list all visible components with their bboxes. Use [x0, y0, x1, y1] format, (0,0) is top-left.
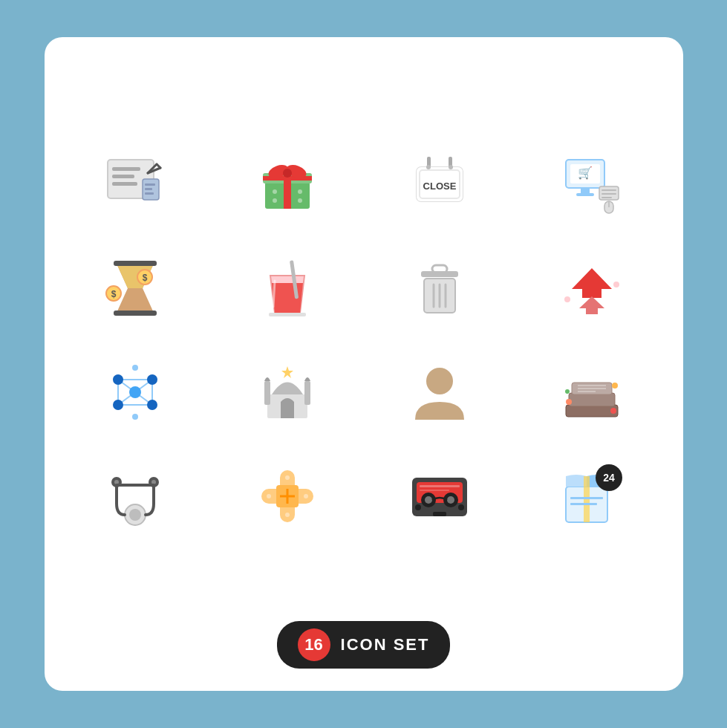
svg-point-73 [147, 400, 157, 410]
upload-icon [531, 247, 653, 329]
svg-text:$: $ [143, 273, 148, 283]
icon-set-label: ICON SET [341, 635, 430, 654]
svg-point-59 [613, 282, 619, 287]
svg-rect-34 [576, 193, 594, 196]
svg-rect-120 [570, 497, 603, 499]
svg-marker-79 [281, 366, 293, 378]
form-edit-icon [74, 143, 197, 225]
svg-point-116 [415, 504, 421, 510]
svg-rect-38 [602, 197, 612, 198]
cassette-icon [379, 455, 501, 537]
svg-rect-9 [145, 188, 152, 190]
svg-point-103 [267, 494, 271, 498]
time-is-money-icon: $ $ [74, 247, 197, 329]
icon-count-badge: 16 [298, 628, 330, 661]
badge-bar: 16 ICON SET [277, 621, 451, 669]
svg-point-88 [566, 399, 572, 405]
svg-rect-50 [269, 313, 306, 316]
svg-point-20 [298, 189, 302, 194]
network-icon [74, 351, 197, 433]
svg-point-28 [426, 165, 431, 169]
svg-point-19 [273, 198, 277, 203]
svg-text:24: 24 [603, 472, 615, 484]
svg-point-80 [426, 368, 453, 394]
svg-rect-33 [581, 188, 590, 194]
gift-icon [226, 143, 349, 225]
trash-icon [379, 247, 501, 329]
svg-text:CLOSE: CLOSE [423, 181, 457, 192]
svg-rect-82 [569, 393, 615, 406]
svg-point-92 [129, 509, 141, 521]
delivery-box-icon: 24 [531, 455, 653, 537]
icons-grid: CLOSE 🛒 [74, 67, 653, 614]
stethoscope-icon [74, 455, 197, 537]
main-card: CLOSE 🛒 [45, 37, 683, 691]
svg-rect-115 [433, 512, 446, 516]
svg-point-112 [447, 496, 454, 504]
svg-rect-36 [602, 189, 616, 191]
svg-point-18 [273, 189, 277, 194]
svg-point-21 [298, 198, 302, 203]
svg-rect-44 [114, 311, 157, 316]
svg-rect-10 [145, 192, 154, 195]
svg-rect-52 [432, 265, 447, 273]
svg-point-75 [132, 414, 138, 420]
svg-point-69 [129, 386, 141, 398]
svg-point-60 [564, 296, 570, 302]
svg-rect-2 [112, 175, 134, 178]
svg-point-105 [285, 475, 290, 480]
svg-point-90 [565, 389, 570, 394]
svg-point-71 [147, 374, 157, 385]
svg-point-17 [283, 169, 292, 178]
svg-point-89 [610, 408, 616, 414]
user-icon [379, 351, 501, 433]
svg-marker-57 [572, 268, 612, 298]
svg-rect-114 [420, 490, 449, 491]
online-shopping-icon: 🛒 [531, 143, 653, 225]
prayer-icon [226, 351, 349, 433]
svg-rect-37 [602, 193, 616, 195]
svg-point-104 [304, 494, 308, 498]
svg-text:$: $ [111, 289, 117, 299]
svg-rect-121 [570, 503, 597, 505]
svg-text:🛒: 🛒 [578, 166, 593, 180]
svg-point-70 [113, 374, 123, 385]
juice-drink-icon [226, 247, 349, 329]
svg-rect-78 [304, 381, 310, 405]
svg-point-29 [449, 165, 453, 169]
svg-point-72 [113, 400, 123, 410]
svg-rect-113 [420, 485, 460, 487]
bandage-icon [226, 455, 349, 537]
svg-rect-1 [112, 167, 140, 171]
close-sign-icon: CLOSE [379, 143, 501, 225]
svg-point-106 [285, 513, 290, 517]
svg-rect-43 [114, 261, 157, 266]
svg-rect-3 [112, 182, 137, 186]
svg-point-74 [132, 365, 138, 371]
svg-point-117 [458, 504, 464, 510]
svg-point-110 [425, 496, 432, 504]
svg-rect-8 [145, 183, 155, 186]
svg-marker-58 [579, 296, 604, 314]
svg-rect-77 [264, 381, 270, 405]
svg-point-87 [612, 383, 618, 389]
books-icon [531, 351, 653, 433]
